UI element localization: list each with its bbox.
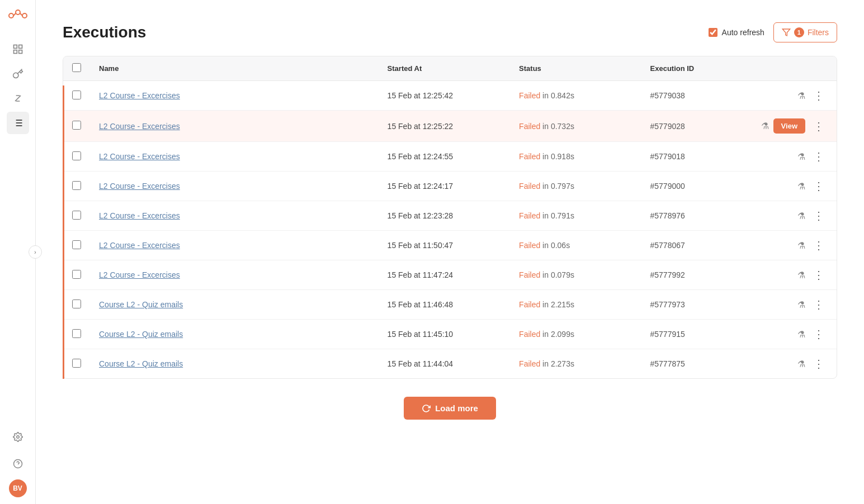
- table-row: L2 Course - Excercises 15 Feb at 11:50:4…: [63, 231, 837, 260]
- row-actions-cell: ⚗ ⋮: [752, 172, 837, 201]
- more-options-button[interactable]: ⋮: [810, 268, 828, 282]
- execution-name-link[interactable]: L2 Course - Excercises: [99, 122, 180, 131]
- status-failed: Failed: [519, 182, 540, 191]
- row-name-cell: L2 Course - Excercises: [90, 201, 379, 231]
- view-button[interactable]: View: [773, 118, 805, 134]
- row-actions-cell: ⚗ ⋮: [752, 349, 837, 379]
- header-actions: Auto refresh 1 Filters: [709, 22, 837, 42]
- execution-id: #5777992: [650, 270, 685, 279]
- column-status: Status: [510, 56, 641, 81]
- svg-rect-7: [13, 50, 17, 54]
- execution-name-link[interactable]: L2 Course - Excercises: [99, 91, 180, 100]
- main-content: Executions Auto refresh 1 Filters: [36, 0, 864, 504]
- row-started-cell: 15 Feb at 12:25:22: [379, 111, 510, 142]
- row-name-cell: Course L2 - Quiz emails: [90, 349, 379, 379]
- execution-name-link[interactable]: L2 Course - Excercises: [99, 241, 180, 250]
- flask-icon: ⚗: [797, 359, 805, 369]
- header-checkbox-cell: [63, 56, 90, 81]
- sidebar-item-variables[interactable]: [7, 87, 29, 110]
- execution-id: #5777915: [650, 330, 685, 339]
- more-options-button[interactable]: ⋮: [810, 150, 828, 163]
- svg-rect-6: [18, 45, 22, 49]
- row-name-cell: L2 Course - Excercises: [90, 142, 379, 172]
- execution-id: #5777973: [650, 300, 685, 309]
- row-status-cell: Failed in 0.842s: [510, 81, 641, 111]
- row-checkbox[interactable]: [72, 329, 81, 338]
- row-checkbox[interactable]: [72, 299, 81, 308]
- more-options-button[interactable]: ⋮: [810, 239, 828, 252]
- execution-name-link[interactable]: Course L2 - Quiz emails: [99, 300, 183, 309]
- flask-icon: ⚗: [797, 329, 805, 340]
- row-checkbox[interactable]: [72, 211, 81, 220]
- sidebar-collapse-button[interactable]: ›: [29, 245, 42, 259]
- execution-name-link[interactable]: Course L2 - Quiz emails: [99, 330, 183, 339]
- row-actions-cell: ⚗ ⋮: [752, 81, 837, 111]
- more-options-button[interactable]: ⋮: [810, 89, 828, 102]
- sidebar-item-executions[interactable]: [7, 112, 29, 134]
- svg-marker-18: [782, 29, 790, 36]
- row-checkbox[interactable]: [72, 359, 81, 368]
- flask-icon: ⚗: [797, 270, 805, 280]
- executions-table-container: Name Started At Status Execution ID L2 C…: [63, 56, 837, 379]
- row-checkbox-cell: [63, 349, 90, 379]
- sidebar-item-credentials[interactable]: [7, 63, 29, 85]
- more-options-button[interactable]: ⋮: [810, 209, 828, 222]
- filters-button[interactable]: 1 Filters: [773, 22, 837, 42]
- sidebar-settings[interactable]: [7, 426, 29, 448]
- row-checkbox[interactable]: [72, 151, 81, 160]
- row-checkbox[interactable]: [72, 240, 81, 249]
- load-more-button[interactable]: Load more: [404, 397, 496, 420]
- row-actions-cell: ⚗ ⋮: [752, 290, 837, 320]
- row-id-cell: #5777915: [641, 320, 752, 349]
- row-started-cell: 15 Feb at 11:46:48: [379, 290, 510, 320]
- row-id-cell: #5779018: [641, 142, 752, 172]
- filters-label: Filters: [808, 28, 829, 37]
- svg-rect-8: [18, 50, 22, 54]
- row-checkbox[interactable]: [72, 91, 81, 99]
- execution-name-link[interactable]: L2 Course - Excercises: [99, 152, 180, 161]
- row-checkbox[interactable]: [72, 270, 81, 279]
- row-started-cell: 15 Feb at 11:44:04: [379, 349, 510, 379]
- status-failed: Failed: [519, 241, 540, 250]
- execution-name-link[interactable]: L2 Course - Excercises: [99, 270, 180, 279]
- table-row: L2 Course - Excercises 15 Feb at 12:23:2…: [63, 201, 837, 231]
- row-status-cell: Failed in 2.099s: [510, 320, 641, 349]
- select-all-checkbox[interactable]: [72, 63, 81, 72]
- more-options-button[interactable]: ⋮: [810, 327, 828, 341]
- row-checkbox-cell: [63, 231, 90, 260]
- row-status-cell: Failed in 2.273s: [510, 349, 641, 379]
- execution-name-link[interactable]: L2 Course - Excercises: [99, 182, 180, 191]
- column-started-at: Started At: [379, 56, 510, 81]
- sidebar-item-workflows[interactable]: [7, 38, 29, 60]
- sidebar-help[interactable]: [7, 453, 29, 475]
- avatar[interactable]: BV: [9, 479, 27, 497]
- row-id-cell: #5777992: [641, 260, 752, 290]
- row-started-cell: 15 Feb at 12:24:17: [379, 172, 510, 201]
- flask-icon: ⚗: [797, 240, 805, 251]
- more-options-button[interactable]: ⋮: [810, 179, 828, 193]
- row-status-cell: Failed in 0.918s: [510, 142, 641, 172]
- status-bar: [63, 85, 64, 379]
- row-id-cell: #5779028: [641, 111, 752, 142]
- status-failed: Failed: [519, 152, 540, 161]
- svg-point-1: [16, 10, 20, 15]
- row-checkbox-cell: [63, 290, 90, 320]
- more-options-button[interactable]: ⋮: [810, 120, 828, 133]
- execution-name-link[interactable]: L2 Course - Excercises: [99, 211, 180, 220]
- column-actions: [752, 56, 837, 81]
- row-actions-cell: ⚗ ⋮: [752, 231, 837, 260]
- row-checkbox[interactable]: [72, 121, 81, 130]
- flask-icon: ⚗: [761, 121, 769, 131]
- auto-refresh-checkbox[interactable]: [709, 28, 717, 37]
- more-options-button[interactable]: ⋮: [810, 357, 828, 370]
- column-execution-id: Execution ID: [641, 56, 752, 81]
- column-name: Name: [90, 56, 379, 81]
- row-status-cell: Failed in 0.06s: [510, 231, 641, 260]
- row-checkbox[interactable]: [72, 181, 81, 190]
- row-started-cell: 15 Feb at 12:24:55: [379, 142, 510, 172]
- execution-name-link[interactable]: Course L2 - Quiz emails: [99, 359, 183, 368]
- status-failed: Failed: [519, 211, 540, 220]
- auto-refresh-control: Auto refresh: [709, 28, 764, 37]
- filter-icon: [782, 28, 791, 37]
- more-options-button[interactable]: ⋮: [810, 298, 828, 311]
